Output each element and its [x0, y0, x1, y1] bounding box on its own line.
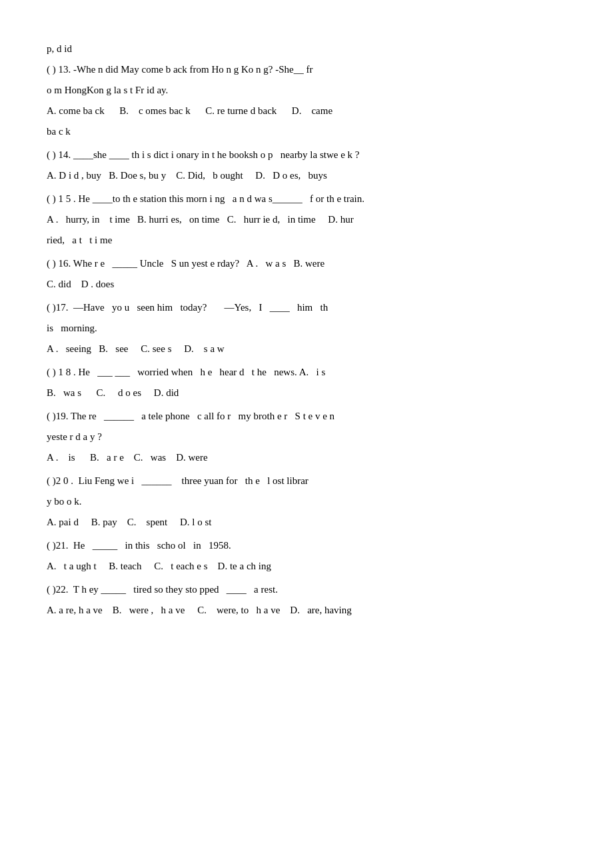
q17-options1: A . seeing B. see C. see s D. s a w: [47, 340, 566, 358]
q15-text: ( ) 1 5 . He ____to th e station this mo…: [47, 190, 566, 208]
q15-bracket: ( ): [47, 193, 59, 204]
q18-options1: B. wa s C. d o es D. did: [47, 384, 566, 402]
q16-options1: C. did D . does: [47, 275, 566, 293]
question-13: ( ) 13. -Whe n did May come b ack from H…: [47, 61, 566, 141]
q16-bracket: ( ): [47, 258, 59, 269]
q20-number: 2 0 .: [56, 475, 79, 486]
question-21: ( )21. He _____ in this scho ol in 1958.…: [47, 537, 566, 575]
q16-number: 16.: [59, 258, 73, 269]
q13-options2: ba c k: [47, 123, 566, 141]
q20-text2: y bo o k.: [47, 493, 566, 511]
q18-text: ( ) 1 8 . He ___ ___ worried when h e he…: [47, 363, 566, 381]
q21-options1: A. t a ugh t B. teach C. t each e s D. t…: [47, 557, 566, 575]
q14-options1: A. D i d , buy B. Doe s, bu y C. Did, b …: [47, 167, 566, 185]
q14-text: ( ) 14. ____she ____ th i s dict i onary…: [47, 146, 566, 164]
q17-bracket: ( ): [47, 302, 56, 313]
q22-text: ( )22. T h ey _____ tired so they sto pp…: [47, 581, 566, 599]
q19-body: The re ______ a tele phone c all fo r my…: [71, 411, 334, 421]
q21-body: He _____ in this scho ol in 1958.: [73, 540, 231, 551]
q16-text: ( ) 16. Whe r e _____ Uncle S un yest e …: [47, 255, 566, 273]
q17-text2: is morning.: [47, 319, 566, 337]
q17-text: ( )17. —Have yo u seen him today? —Yes, …: [47, 299, 566, 317]
q19-options1: A . is B. a r e C. was D. were: [47, 449, 566, 467]
q21-number: 21.: [56, 540, 73, 551]
q18-bracket: ( ): [47, 367, 59, 377]
q13-text2: o m HongKon g la s t Fr id ay.: [47, 81, 566, 99]
q19-text: ( )19. The re ______ a tele phone c all …: [47, 407, 566, 425]
q21-text: ( )21. He _____ in this scho ol in 1958.: [47, 537, 566, 555]
question-16: ( ) 16. Whe r e _____ Uncle S un yest e …: [47, 255, 566, 293]
q20-body: Liu Feng we i ______ three yuan for th e…: [79, 475, 308, 486]
q20-options1: A. pai d B. pay C. spent D. l o st: [47, 513, 566, 531]
q13-body: -Whe n did May come b ack from Ho n g Ko…: [73, 64, 313, 75]
q17-number: 17.: [56, 302, 73, 313]
q18-body: He ___ ___ worried when h e hear d t he …: [79, 367, 326, 377]
q15-number: 1 5 .: [59, 193, 79, 204]
q18-number: 1 8 .: [59, 367, 79, 377]
q13-options1: A. come ba ck B. c omes bac k C. re turn…: [47, 102, 566, 120]
q14-body: ____she ____ th i s dict i onary in t he…: [73, 149, 360, 160]
q22-options1: A. a re, h a ve B. were , h a ve C. were…: [47, 601, 566, 619]
q13-text: ( ) 13. -Whe n did May come b ack from H…: [47, 61, 566, 79]
question-14: ( ) 14. ____she ____ th i s dict i onary…: [47, 146, 566, 185]
q22-body: T h ey _____ tired so they sto pped ____…: [73, 584, 278, 595]
q15-options1: A . hurry, in t ime B. hurri es, on time…: [47, 211, 566, 229]
q19-text2: yeste r d a y ?: [47, 428, 566, 446]
q19-bracket: ( ): [47, 411, 56, 421]
q22-number: 22.: [56, 584, 73, 595]
main-content: p, d id ( ) 13. -Whe n did May come b ac…: [47, 40, 566, 619]
q20-text: ( )2 0 . Liu Feng we i ______ three yuan…: [47, 472, 566, 490]
question-19: ( )19. The re ______ a tele phone c all …: [47, 407, 566, 467]
question-15: ( ) 1 5 . He ____to th e station this mo…: [47, 190, 566, 249]
q21-bracket: ( ): [47, 540, 56, 551]
q13-bracket: ( ): [47, 64, 59, 75]
question-18: ( ) 1 8 . He ___ ___ worried when h e he…: [47, 363, 566, 402]
q22-bracket: ( ): [47, 584, 56, 595]
intro-line: p, d id: [47, 40, 566, 58]
question-17: ( )17. —Have yo u seen him today? —Yes, …: [47, 299, 566, 358]
q19-number: 19.: [56, 411, 71, 421]
q14-bracket: ( ): [47, 149, 59, 160]
question-22: ( )22. T h ey _____ tired so they sto pp…: [47, 581, 566, 619]
q16-body: Whe r e _____ Uncle S un yest e rday? A …: [73, 258, 324, 269]
q13-number: 13.: [59, 64, 74, 75]
q17-body: —Have yo u seen him today? —Yes, I ____ …: [73, 302, 328, 313]
question-20: ( )2 0 . Liu Feng we i ______ three yuan…: [47, 472, 566, 531]
q14-number: 14.: [59, 149, 74, 160]
q15-body: He ____to th e station this morn i ng a …: [79, 193, 365, 204]
q20-bracket: ( ): [47, 475, 56, 486]
q15-options2: ried, a t t i me: [47, 231, 566, 249]
